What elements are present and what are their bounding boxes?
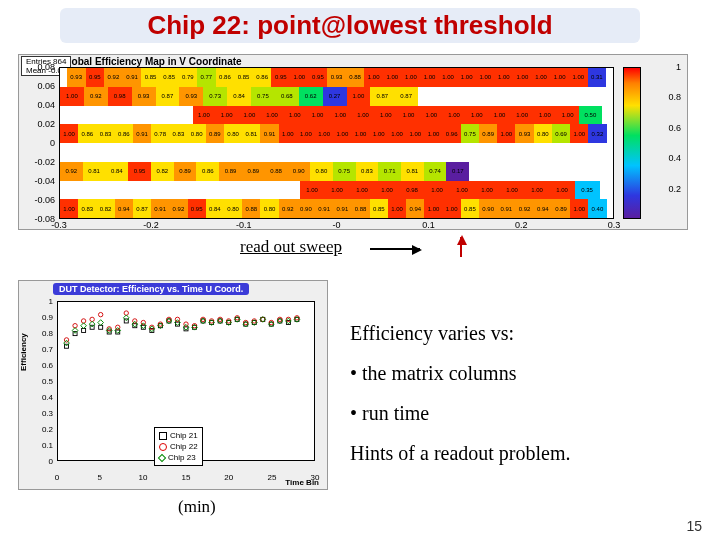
heatmap-cell: 1.00 <box>350 181 375 200</box>
heatmap-cell <box>513 162 524 181</box>
heatmap-cell <box>488 143 506 162</box>
heatmap-cell <box>221 143 239 162</box>
data-point <box>98 320 104 326</box>
heatmap-cell <box>346 143 364 162</box>
heatmap-cell: 0.80 <box>260 199 278 218</box>
heatmap-cell: 0.83 <box>96 124 114 143</box>
heatmap-cell: 0.86 <box>78 124 96 143</box>
heatmap-panel: Global Efficiency Map in V Coordinate En… <box>18 54 688 230</box>
data-point <box>98 312 102 316</box>
heatmap-cell <box>180 181 193 200</box>
heatmap-cell: 0.68 <box>275 87 299 106</box>
heatmap-cell: 0.88 <box>242 199 260 218</box>
heatmap-cell <box>602 162 613 181</box>
heatmap-cell: 1.00 <box>261 106 284 125</box>
heatmap-cell <box>60 181 73 200</box>
heatmap-cell: 0.85 <box>160 68 179 87</box>
heatmap-cell <box>292 143 310 162</box>
heatmap-cell: 0.80 <box>534 124 552 143</box>
heatmap-cell: 0.91 <box>151 199 169 218</box>
heatmap-cell: 1.00 <box>374 106 397 125</box>
heatmap-cell: 0.87 <box>370 87 394 106</box>
heatmap-cell <box>274 143 292 162</box>
heatmap-cell: 0.92 <box>515 199 533 218</box>
heatmap-cell: 1.00 <box>488 106 511 125</box>
heatmap-cell: 0.92 <box>279 199 297 218</box>
heatmap-cell: 1.00 <box>500 181 525 200</box>
heatmap-y-ticks: 0.08 0.06 0.04 0.02 0 -0.02 -0.04 -0.06 … <box>29 67 57 219</box>
heatmap-row: 1.000.830.820.940.870.910.920.950.840.80… <box>60 199 613 218</box>
heatmap-cell <box>453 143 471 162</box>
heatmap-cell: 0.86 <box>115 124 133 143</box>
arrow-right-icon <box>370 248 420 250</box>
heatmap-cell: 0.94 <box>534 199 552 218</box>
heatmap-cell <box>542 143 560 162</box>
line-xlabel: Time Bin <box>285 478 319 487</box>
heatmap-cell: 0.90 <box>287 162 310 181</box>
heatmap-cell <box>100 181 113 200</box>
heatmap-cell: 0.82 <box>151 162 174 181</box>
heatmap-cell: 0.91 <box>333 199 351 218</box>
heatmap-cell: 1.00 <box>402 68 421 87</box>
heatmap-cell <box>560 143 578 162</box>
slide-title: Chip 22: point@lowest threshold <box>147 10 552 41</box>
heatmap-cell <box>71 106 82 125</box>
heatmap-cell: 1.00 <box>279 124 297 143</box>
heatmap-cell <box>589 87 601 106</box>
heatmap-cell: 0.88 <box>352 199 370 218</box>
heatmap-cell: 0.85 <box>141 68 160 87</box>
heatmap-cell: 0.79 <box>178 68 197 87</box>
heatmap-cell <box>93 106 104 125</box>
heatmap-cell <box>310 143 328 162</box>
heatmap-cell: 0.96 <box>443 124 461 143</box>
heatmap-cell: 0.75 <box>333 162 356 181</box>
heatmap-cell: 0.80 <box>224 124 242 143</box>
heatmap-cell <box>607 199 614 218</box>
heatmap-cell: 1.00 <box>60 124 78 143</box>
heatmap-cell: 0.92 <box>169 199 187 218</box>
readout-sweep-label: read out sweep <box>240 237 342 257</box>
heatmap-cell: 1.00 <box>532 68 551 87</box>
heatmap-cell <box>491 162 502 181</box>
heatmap-cell: 0.81 <box>401 162 424 181</box>
heatmap-cell <box>137 106 148 125</box>
heatmap-cell: 0.32 <box>588 124 606 143</box>
heatmap-cell: 0.82 <box>96 199 114 218</box>
heatmap-cell <box>547 162 558 181</box>
heatmap-cell: 0.75 <box>251 87 275 106</box>
heatmap-cell: 0.95 <box>309 68 328 87</box>
heatmap-cell <box>260 181 273 200</box>
heatmap-cell <box>220 181 233 200</box>
legend-chip22: Chip 22 <box>159 441 198 452</box>
heatmap-cell <box>78 143 96 162</box>
heatmap-cell <box>153 181 166 200</box>
heatmap-cell <box>491 87 503 106</box>
heatmap-cell: 0.93 <box>132 87 156 106</box>
heatmap-cell: 1.00 <box>375 181 400 200</box>
heatmap-cell: 0.75 <box>461 124 479 143</box>
heatmap-cell: 1.00 <box>300 181 325 200</box>
heatmap-cell: 1.00 <box>513 68 532 87</box>
heatmap-cell <box>595 143 613 162</box>
heatmap-cell <box>516 87 528 106</box>
heatmap-cell: 0.86 <box>253 68 272 87</box>
heatmap-cell: 1.00 <box>370 124 388 143</box>
heatmap-cell: 1.00 <box>315 124 333 143</box>
heatmap-cell: 0.74 <box>424 162 447 181</box>
heatmap-cell <box>470 143 488 162</box>
heatmap-cell: 1.00 <box>284 106 307 125</box>
heatmap-cell <box>96 143 114 162</box>
heatmap-cell <box>606 68 613 87</box>
line-legend: Chip 21 Chip 22 Chip 23 <box>154 427 203 466</box>
heatmap-cell <box>601 87 613 106</box>
diamond-marker-icon <box>158 453 166 461</box>
heatmap-cell <box>185 143 203 162</box>
heatmap-cell: 0.92 <box>84 87 108 106</box>
heatmap-cell <box>193 181 206 200</box>
heatmap-plot-area: 0.930.950.920.910.850.850.790.770.860.85… <box>59 67 614 219</box>
heatmap-cell: 1.00 <box>525 181 550 200</box>
heatmap-row: 1.001.001.001.000.981.001.001.001.001.00… <box>60 181 613 200</box>
heatmap-cell: 1.00 <box>383 68 402 87</box>
heatmap-cell: 1.00 <box>193 106 216 125</box>
heatmap-cell <box>577 87 589 106</box>
